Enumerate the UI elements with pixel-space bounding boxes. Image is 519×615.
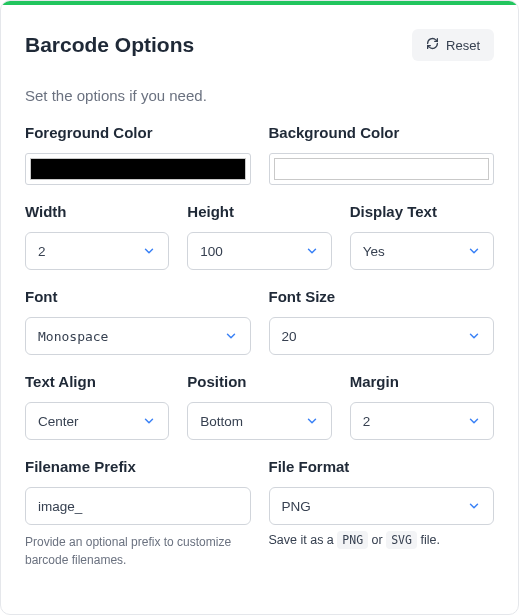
chevron-down-icon [467, 499, 481, 513]
margin-label: Margin [350, 373, 494, 390]
height-value: 100 [200, 244, 304, 259]
reset-button-label: Reset [446, 38, 480, 53]
margin-value: 2 [363, 414, 467, 429]
position-label: Position [187, 373, 331, 390]
height-label: Height [187, 203, 331, 220]
filename-prefix-help: Provide an optional prefix to customize … [25, 533, 251, 569]
format-note-or: or [372, 533, 383, 547]
display-text-label: Display Text [350, 203, 494, 220]
file-format-note: Save it as a PNG or SVG file. [269, 533, 495, 547]
background-color-input[interactable] [269, 153, 495, 185]
chevron-down-icon [467, 244, 481, 258]
chevron-down-icon [142, 414, 156, 428]
format-note-suffix: file. [420, 533, 439, 547]
display-text-select[interactable]: Yes [350, 232, 494, 270]
position-select[interactable]: Bottom [187, 402, 331, 440]
foreground-color-label: Foreground Color [25, 124, 251, 141]
chevron-down-icon [142, 244, 156, 258]
file-format-select[interactable]: PNG [269, 487, 495, 525]
chevron-down-icon [467, 329, 481, 343]
text-align-select[interactable]: Center [25, 402, 169, 440]
foreground-color-swatch [30, 158, 246, 180]
width-value: 2 [38, 244, 142, 259]
foreground-color-input[interactable] [25, 153, 251, 185]
format-note-prefix: Save it as a [269, 533, 334, 547]
text-align-label: Text Align [25, 373, 169, 390]
foreground-color-field: Foreground Color [25, 124, 251, 185]
font-value: Monospace [38, 329, 224, 344]
barcode-options-card: Barcode Options Reset Set the options if… [0, 0, 519, 615]
background-color-swatch [274, 158, 490, 180]
font-label: Font [25, 288, 251, 305]
width-label: Width [25, 203, 169, 220]
margin-select[interactable]: 2 [350, 402, 494, 440]
format-chip-svg: SVG [386, 531, 417, 549]
file-format-label: File Format [269, 458, 495, 475]
font-size-label: Font Size [269, 288, 495, 305]
file-format-value: PNG [282, 499, 468, 514]
reset-button[interactable]: Reset [412, 29, 494, 61]
filename-prefix-input-wrap [25, 487, 251, 525]
width-select[interactable]: 2 [25, 232, 169, 270]
format-chip-png: PNG [337, 531, 368, 549]
refresh-icon [426, 37, 439, 53]
page-title: Barcode Options [25, 33, 194, 57]
font-size-select[interactable]: 20 [269, 317, 495, 355]
display-text-value: Yes [363, 244, 467, 259]
chevron-down-icon [305, 244, 319, 258]
subtitle: Set the options if you need. [25, 87, 494, 104]
background-color-field: Background Color [269, 124, 495, 185]
position-value: Bottom [200, 414, 304, 429]
height-select[interactable]: 100 [187, 232, 331, 270]
text-align-value: Center [38, 414, 142, 429]
chevron-down-icon [467, 414, 481, 428]
chevron-down-icon [224, 329, 238, 343]
filename-prefix-input[interactable] [38, 499, 238, 514]
chevron-down-icon [305, 414, 319, 428]
card-header: Barcode Options Reset [25, 29, 494, 61]
font-select[interactable]: Monospace [25, 317, 251, 355]
font-size-value: 20 [282, 329, 468, 344]
filename-prefix-label: Filename Prefix [25, 458, 251, 475]
background-color-label: Background Color [269, 124, 495, 141]
